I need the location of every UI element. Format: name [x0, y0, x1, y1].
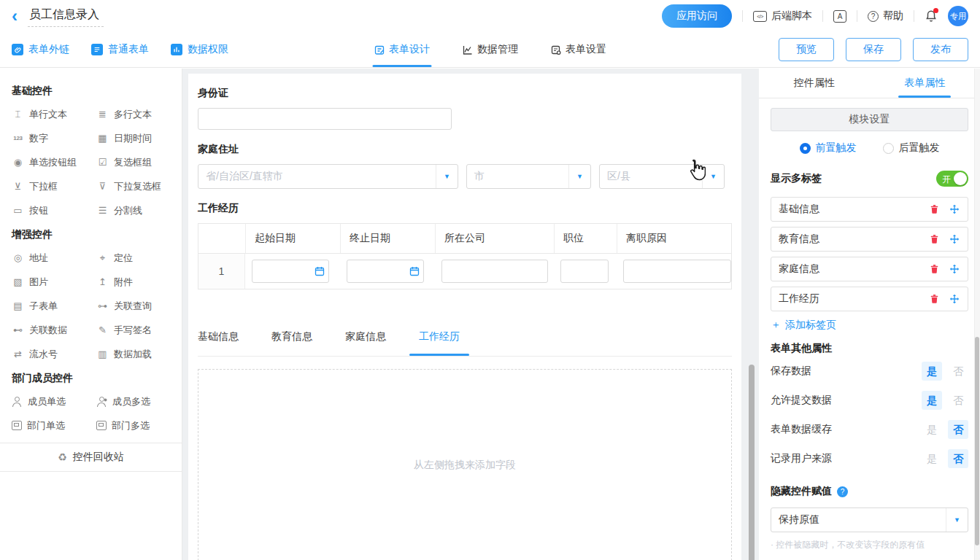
move-icon[interactable] — [949, 294, 960, 304]
radio-pre-trigger[interactable]: 前置触发 — [800, 141, 857, 155]
widget-select[interactable]: ⊻下拉框 — [12, 174, 96, 198]
empty-drop-zone[interactable]: 从左侧拖拽来添加字段 — [198, 369, 732, 560]
widget-checkbox-group[interactable]: ☑复选框组 — [96, 150, 177, 174]
move-icon[interactable] — [949, 264, 960, 274]
normal-form-link[interactable]: 普通表单 — [91, 43, 149, 56]
no-option[interactable]: 否 — [948, 449, 968, 468]
preview-button[interactable]: 预览 — [779, 38, 834, 61]
hidden-assign-select[interactable]: 保持原值 ▼ — [771, 508, 968, 532]
yes-option[interactable]: 是 — [922, 420, 942, 439]
widget-linked-data[interactable]: ⊷关联数据 — [12, 318, 96, 342]
tab-form-props[interactable]: 表单属性 — [870, 69, 980, 98]
data-permission-link[interactable]: 数据权限 — [171, 43, 228, 56]
company-input[interactable] — [441, 260, 548, 283]
widget-dept-single[interactable]: 部门单选 — [12, 413, 96, 438]
widget-divider[interactable]: ☰分割线 — [96, 198, 177, 222]
publish-button[interactable]: 发布 — [913, 38, 968, 61]
idcard-input[interactable] — [198, 108, 452, 130]
form-external-link[interactable]: 表单外链 — [12, 43, 69, 56]
widget-member-multi[interactable]: 成员多选 — [96, 389, 177, 413]
tab-widget-props[interactable]: 控件属性 — [759, 69, 870, 98]
tab-work-history[interactable]: 工作经历 — [419, 330, 460, 356]
trash-icon[interactable] — [928, 294, 940, 304]
page-title[interactable]: 员工信息录入 — [28, 6, 104, 27]
widget-subform[interactable]: ▤子表单 — [12, 294, 96, 318]
widget-dept-multi[interactable]: 部门多选 — [96, 413, 177, 438]
widget-multi-line-text[interactable]: ≣多行文本 — [96, 102, 177, 126]
leave-reason-input[interactable] — [623, 260, 731, 283]
backend-script-button[interactable]: </> 后端脚本 — [753, 9, 812, 23]
radio-post-trigger[interactable]: 后置触发 — [883, 141, 940, 155]
tab-family-info[interactable]: 家庭信息 — [345, 330, 386, 356]
widget-signature[interactable]: ✎手写签名 — [96, 318, 177, 342]
widget-number[interactable]: 123数字 — [12, 126, 96, 150]
calendar-icon[interactable] — [406, 266, 423, 276]
company-value[interactable] — [442, 260, 547, 282]
field-idcard[interactable]: 身份证 — [198, 87, 732, 130]
field-address[interactable]: 家庭住址 省/自治区/直辖市 ▼ 市 ▼ 区/县 ▼ — [198, 143, 732, 189]
app-access-button[interactable]: 应用访问 — [662, 4, 732, 28]
tab-form-settings[interactable]: 表单设置 — [550, 32, 606, 67]
position-input[interactable] — [560, 260, 609, 283]
no-option[interactable]: 否 — [948, 420, 968, 439]
no-option[interactable]: 否 — [948, 391, 968, 410]
back-icon[interactable]: ‹ — [12, 9, 18, 23]
widget-member-single[interactable]: 成员单选 — [12, 389, 96, 413]
tag-item-education[interactable]: 教育信息 — [771, 227, 968, 252]
widget-recycle-bin[interactable]: ♻ 控件回收站 — [0, 443, 182, 472]
form-toolbar: 表单外链 普通表单 数据权限 表单设计 数据管理 表单设置 预览 保存 发布 — [0, 32, 980, 68]
help-circle-icon[interactable]: ? — [837, 486, 848, 497]
tab-form-design[interactable]: 表单设计 — [374, 32, 430, 67]
trash-icon[interactable] — [928, 264, 940, 274]
move-icon[interactable] — [949, 204, 960, 214]
end-date-value[interactable] — [347, 260, 406, 282]
translate-icon[interactable]: A — [833, 10, 846, 23]
widget-linked-query[interactable]: ⊶关联查询 — [96, 294, 177, 318]
city-select[interactable]: 市 ▼ — [466, 164, 591, 189]
field-work-history[interactable]: 工作经历 起始日期 终止日期 所在公司 职位 离职原因 1 — [198, 202, 732, 289]
tab-education-info[interactable]: 教育信息 — [271, 330, 312, 356]
prop-allow-submit: 允许提交数据 是 否 — [771, 386, 968, 415]
yes-option[interactable]: 是 — [922, 362, 942, 381]
widget-address[interactable]: ◎地址 — [12, 246, 96, 270]
recycle-icon: ♻ — [58, 451, 67, 463]
widget-radio-group[interactable]: ◉单选按钮组 — [12, 150, 96, 174]
widget-data-load[interactable]: ▥数据加载 — [96, 342, 177, 366]
help-button[interactable]: ? 帮助 — [868, 9, 903, 23]
widget-datetime[interactable]: ▦日期时间 — [96, 126, 177, 150]
widget-button[interactable]: ▭按钮 — [12, 198, 96, 222]
notification-bell-icon[interactable] — [925, 9, 938, 23]
window-scrollbar-thumb[interactable] — [975, 337, 979, 545]
position-value[interactable] — [561, 260, 608, 282]
widget-serial-number[interactable]: ⇄流水号 — [12, 342, 96, 366]
move-icon[interactable] — [949, 234, 960, 244]
start-date-input[interactable] — [252, 260, 329, 283]
tag-item-basic[interactable]: 基础信息 — [771, 197, 968, 222]
avatar[interactable]: 专用 — [948, 6, 968, 26]
end-date-input[interactable] — [347, 260, 424, 283]
tab-basic-info[interactable]: 基础信息 — [198, 330, 239, 356]
yes-option[interactable]: 是 — [922, 449, 942, 468]
tab-data-manage[interactable]: 数据管理 — [462, 32, 518, 67]
add-tab-link[interactable]: ＋ 添加标签页 — [771, 319, 968, 332]
trash-icon[interactable] — [928, 234, 940, 244]
widget-image[interactable]: ▧图片 — [12, 270, 96, 294]
widget-multi-select[interactable]: ⊽下拉复选框 — [96, 174, 177, 198]
calendar-icon[interactable] — [311, 266, 328, 276]
canvas-scrollbar[interactable] — [749, 365, 755, 560]
no-option[interactable]: 否 — [948, 362, 968, 381]
leave-reason-value[interactable] — [624, 260, 730, 282]
trash-icon[interactable] — [928, 204, 940, 214]
tag-item-family[interactable]: 家庭信息 — [771, 257, 968, 281]
save-button[interactable]: 保存 — [846, 38, 901, 61]
yes-option[interactable]: 是 — [922, 391, 942, 410]
widget-location[interactable]: ⌖定位 — [96, 246, 177, 270]
multi-tab-toggle[interactable]: 开 — [936, 171, 968, 187]
module-settings-button[interactable]: 模块设置 — [771, 108, 968, 131]
widget-attachment[interactable]: ↥附件 — [96, 270, 177, 294]
start-date-value[interactable] — [252, 260, 311, 282]
province-select[interactable]: 省/自治区/直辖市 ▼ — [198, 164, 458, 189]
district-select[interactable]: 区/县 ▼ — [599, 164, 725, 189]
tag-item-work[interactable]: 工作经历 — [771, 287, 968, 311]
widget-single-line-text[interactable]: ⌶单行文本 — [12, 102, 96, 126]
